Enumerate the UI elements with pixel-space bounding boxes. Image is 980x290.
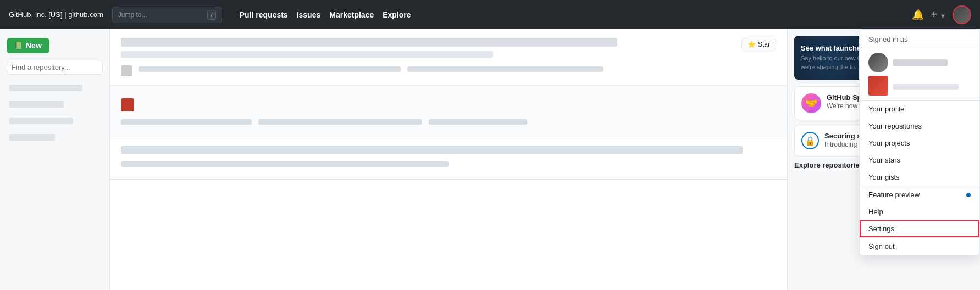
header: GitHub, Inc. [US] | github.com Jump to..… <box>0 0 980 29</box>
repo-filter-input[interactable] <box>7 60 103 75</box>
dropdown-your-stars[interactable]: Your stars <box>860 152 979 169</box>
activity-feed: ⭐ Star <box>110 29 788 290</box>
search-shortcut: / <box>207 10 215 20</box>
site-title: GitHub, Inc. [US] | github.com <box>9 10 103 19</box>
dropdown-your-profile[interactable]: Your profile <box>860 101 979 118</box>
user-avatar-row <box>868 53 971 72</box>
dropdown-settings[interactable]: Settings <box>860 220 979 237</box>
repo-lang <box>258 119 422 125</box>
main-nav: Pull requests Issues Marketplace Explore <box>240 10 411 19</box>
repo-desc-blurred <box>121 51 493 58</box>
header-left: GitHub, Inc. [US] | github.com Jump to..… <box>9 7 912 23</box>
user-details <box>893 59 948 66</box>
sidebar-item-1[interactable] <box>7 81 103 97</box>
user-avatar-button[interactable] <box>953 5 971 24</box>
repo-title-blurred-3 <box>121 146 743 154</box>
repo-date <box>121 119 252 125</box>
dropdown-section-signout: Sign out <box>860 238 979 255</box>
security-icon: 🔒 <box>801 132 819 149</box>
new-repository-button[interactable]: 📗 New <box>7 38 49 53</box>
nav-explore[interactable]: Explore <box>383 10 411 19</box>
dropdown-section-features: Feature preview Help Settings <box>860 186 979 238</box>
repo-title-row <box>121 94 140 115</box>
sidebar: 📗 New <box>0 29 110 290</box>
dropdown-signed-in-label: Signed in as <box>860 30 979 48</box>
plus-button[interactable]: + ▼ <box>931 8 946 21</box>
repo-header: ⭐ Star <box>121 38 776 61</box>
main-content: 📗 New ⭐ Star <box>0 29 980 290</box>
repo-meta-blurred2 <box>407 66 604 72</box>
blurred-repo-name <box>9 118 73 124</box>
user-secondary-avatar <box>868 76 888 96</box>
star-button[interactable]: ⭐ Star <box>741 38 776 51</box>
blurred-repo-name <box>9 85 82 91</box>
repo-avatar <box>121 65 132 76</box>
feed-item-2 <box>110 86 787 137</box>
sidebar-item-4[interactable] <box>7 131 103 146</box>
nav-marketplace[interactable]: Marketplace <box>329 10 374 19</box>
repo-stars <box>429 119 527 125</box>
repo-header-2 <box>121 94 776 115</box>
repo-header-3 <box>121 146 776 157</box>
blurred-repo-name <box>9 101 64 108</box>
dropdown-feature-preview[interactable]: Feature preview <box>860 186 979 203</box>
star-icon: ⭐ <box>748 41 756 48</box>
sidebar-item-2[interactable] <box>7 98 103 113</box>
user-dropdown-menu: Signed in as Your profile Your repositor… <box>859 29 980 255</box>
repo-title-blurred <box>121 38 617 47</box>
feature-preview-dot <box>966 193 971 197</box>
nav-pull-requests[interactable]: Pull requests <box>240 10 288 19</box>
dropdown-sign-out[interactable]: Sign out <box>860 238 979 255</box>
dropdown-your-gists[interactable]: Your gists <box>860 169 979 186</box>
repo-lang-icon <box>121 98 134 111</box>
dropdown-your-repositories[interactable]: Your repositories <box>860 118 979 135</box>
repo-title-area <box>121 38 741 61</box>
repo-meta-2 <box>121 119 776 128</box>
dropdown-user-info <box>860 48 979 101</box>
dropdown-user-avatar <box>868 53 888 72</box>
username-blurred <box>893 59 948 66</box>
header-right: 🔔 + ▼ <box>912 5 971 24</box>
sponsors-icon: 🤝 <box>801 93 821 113</box>
feed-item-3 <box>110 137 787 180</box>
blurred-repo-name <box>9 134 55 141</box>
star-label: Star <box>758 41 770 48</box>
repo-meta <box>121 65 776 76</box>
search-bar[interactable]: Jump to... / <box>112 7 222 23</box>
dropdown-your-projects[interactable]: Your projects <box>860 135 979 152</box>
repo-meta-blurred-3 <box>121 161 449 167</box>
dropdown-help[interactable]: Help <box>860 203 979 220</box>
repo-meta-blurred <box>139 66 401 72</box>
user-email-row <box>868 76 971 96</box>
dropdown-section-profile: Your profile Your repositories Your proj… <box>860 101 979 186</box>
nav-issues[interactable]: Issues <box>297 10 321 19</box>
email-blurred <box>893 84 959 90</box>
user-avatar-image <box>954 7 970 23</box>
repo-title-area-3 <box>121 146 776 157</box>
feature-preview-label: Feature preview <box>868 191 920 199</box>
repo-meta-3 <box>121 161 776 170</box>
search-placeholder: Jump to... <box>118 11 147 19</box>
sidebar-item-3[interactable] <box>7 114 103 130</box>
book-icon: 📗 <box>14 42 23 49</box>
feed-item-1: ⭐ Star <box>110 29 787 86</box>
bell-icon[interactable]: 🔔 <box>912 9 924 21</box>
new-button-label: New <box>26 41 42 50</box>
